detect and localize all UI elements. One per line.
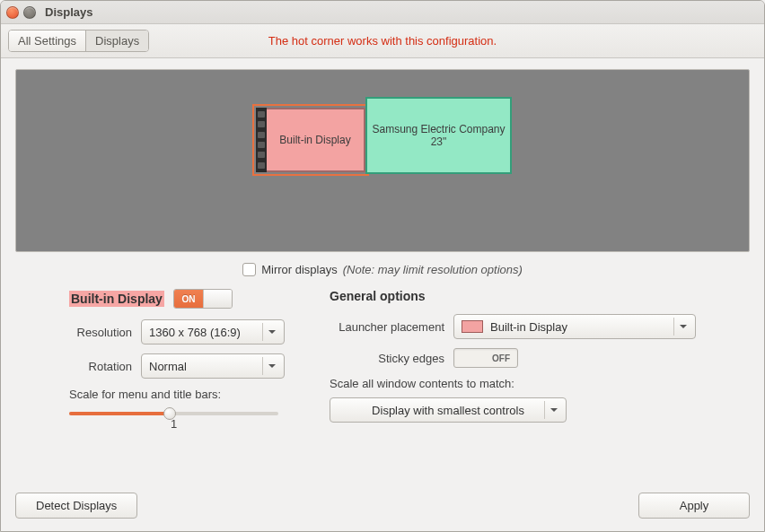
rotation-label: Rotation bbox=[69, 360, 132, 373]
scale-value: 1 bbox=[69, 417, 278, 431]
general-options-header: General options bbox=[330, 289, 696, 303]
resolution-label: Resolution bbox=[69, 326, 132, 339]
display-color-swatch bbox=[462, 320, 483, 333]
launcher-label: Launcher placement bbox=[330, 320, 444, 334]
settings-columns: Built-in Display ON Resolution 1360 x 76… bbox=[15, 289, 750, 432]
sticky-row: Sticky edges OFF bbox=[330, 348, 696, 368]
scale-all-row: Display with smallest controls bbox=[330, 397, 696, 423]
mirror-row: Mirror displays (Note: may limit resolut… bbox=[15, 263, 750, 276]
rotation-value: Normal bbox=[149, 360, 187, 373]
selected-display-header: Built-in Display ON bbox=[69, 289, 303, 309]
launcher-row: Launcher placement Built-in Display bbox=[330, 314, 696, 339]
content: Built-in Display Samsung Electric Compan… bbox=[1, 58, 764, 440]
footer: Detect Displays Apply bbox=[1, 484, 764, 531]
scale-all-select[interactable]: Display with smallest controls bbox=[330, 397, 567, 423]
displays-window: Displays All Settings Displays The hot c… bbox=[0, 0, 765, 532]
slider-fill bbox=[69, 412, 170, 415]
monitor-builtin-label: Built-in Display bbox=[270, 134, 350, 146]
launcher-value: Built-in Display bbox=[490, 320, 567, 334]
mirror-checkbox[interactable] bbox=[242, 263, 256, 276]
selected-display-name: Built-in Display bbox=[69, 291, 164, 307]
general-options-column: General options Launcher placement Built… bbox=[330, 289, 696, 432]
scale-label: Scale for menu and title bars: bbox=[69, 388, 303, 401]
chevron-down-icon bbox=[262, 357, 280, 375]
displays-crumb[interactable]: Displays bbox=[86, 31, 148, 51]
breadcrumb: All Settings Displays bbox=[8, 30, 149, 52]
mirror-note: (Note: may limit resolution options) bbox=[343, 263, 523, 276]
chevron-down-icon bbox=[544, 401, 562, 419]
toggle-off-label: OFF bbox=[485, 353, 517, 363]
scale-all-value: Display with smallest controls bbox=[372, 404, 524, 417]
display-arrangement[interactable]: Built-in Display Samsung Electric Compan… bbox=[15, 69, 750, 252]
toggle-on-label: ON bbox=[174, 290, 203, 308]
scale-slider[interactable] bbox=[69, 412, 278, 415]
toggle-knob bbox=[203, 290, 232, 308]
titlebar[interactable]: Displays bbox=[1, 1, 764, 24]
rotation-row: Rotation Normal bbox=[69, 353, 303, 379]
display-enabled-toggle[interactable]: ON bbox=[173, 289, 233, 309]
slider-thumb[interactable] bbox=[163, 407, 176, 420]
resolution-select[interactable]: 1360 x 768 (16:9) bbox=[141, 319, 285, 344]
resolution-value: 1360 x 768 (16:9) bbox=[149, 326, 241, 339]
window-title: Displays bbox=[45, 5, 92, 19]
chevron-down-icon bbox=[262, 323, 280, 341]
launcher-placement-select[interactable]: Built-in Display bbox=[453, 314, 696, 339]
window-buttons bbox=[6, 6, 36, 19]
monitor-builtin[interactable]: Built-in Display bbox=[256, 108, 365, 172]
scale-all-label: Scale all window contents to match: bbox=[330, 377, 696, 390]
all-settings-button[interactable]: All Settings bbox=[9, 31, 86, 51]
monitor-samsung[interactable]: Samsung Electric Company 23" bbox=[365, 97, 512, 174]
chevron-down-icon bbox=[673, 318, 691, 336]
detect-displays-button[interactable]: Detect Displays bbox=[15, 493, 137, 519]
scale-slider-wrap bbox=[69, 412, 278, 415]
launcher-strip-icon bbox=[256, 108, 267, 172]
toolbar: All Settings Displays The hot corner wor… bbox=[1, 24, 764, 58]
minimize-icon[interactable] bbox=[23, 6, 36, 19]
close-icon[interactable] bbox=[6, 6, 19, 19]
selected-display-column: Built-in Display ON Resolution 1360 x 76… bbox=[69, 289, 303, 432]
rotation-select[interactable]: Normal bbox=[141, 353, 285, 379]
general-options-title: General options bbox=[330, 289, 426, 303]
apply-button[interactable]: Apply bbox=[638, 493, 750, 519]
resolution-row: Resolution 1360 x 768 (16:9) bbox=[69, 319, 303, 344]
sticky-label: Sticky edges bbox=[330, 352, 444, 365]
mirror-label: Mirror displays bbox=[261, 263, 338, 276]
sticky-edges-toggle[interactable]: OFF bbox=[453, 348, 518, 368]
monitor-samsung-label: Samsung Electric Company 23" bbox=[367, 123, 510, 148]
